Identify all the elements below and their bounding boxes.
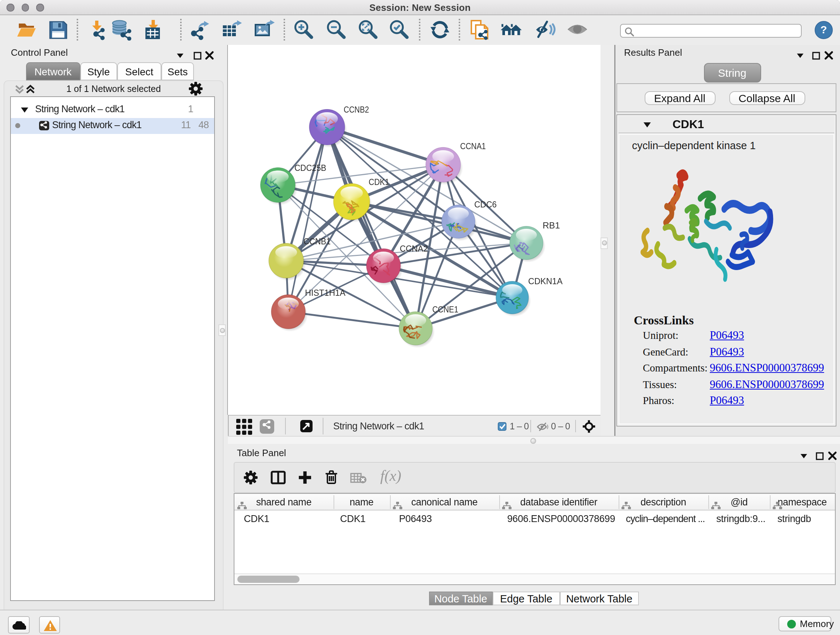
svg-text:CCNB2: CCNB2 — [343, 104, 369, 114]
svg-text:CCNA1: CCNA1 — [460, 141, 485, 150]
svg-text:HIST1H1A: HIST1H1A — [305, 287, 345, 297]
svg-text:CDC25B: CDC25B — [294, 163, 326, 172]
svg-text:CCNA2: CCNA2 — [399, 243, 428, 253]
svg-text:CCNB1: CCNB1 — [303, 236, 330, 246]
svg-text:RB1: RB1 — [542, 220, 560, 230]
svg-text:CDK1: CDK1 — [368, 177, 389, 187]
svg-text:CCNE1: CCNE1 — [432, 304, 458, 314]
svg-text:CDKN1A: CDKN1A — [528, 276, 562, 286]
svg-text:CDC6: CDC6 — [474, 199, 496, 209]
